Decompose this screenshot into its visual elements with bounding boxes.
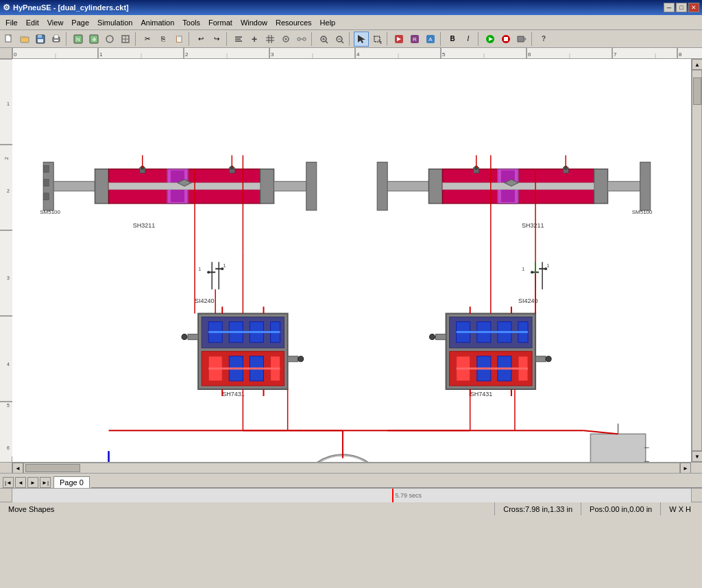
text-italic-button[interactable]: I [461,32,476,47]
menu-resources[interactable]: Resources [271,17,316,28]
save-button[interactable] [33,32,48,47]
tab-page-0[interactable]: Page 0 [53,476,90,488]
svg-rect-121 [608,182,642,191]
icon-btn-5[interactable]: N [71,32,86,47]
scroll-thumb-horizontal[interactable] [25,464,80,472]
redo-button[interactable]: ↪ [209,32,224,47]
diagram-svg: SM5100 SH3211 [12,59,691,462]
label-sm5100-right: SM5100 [632,209,653,215]
svg-text:1: 1 [546,262,550,269]
help-button[interactable]: ? [536,32,551,47]
paste-button[interactable]: 📋 [171,32,186,47]
svg-text:4: 4 [356,51,360,58]
scroll-right-button[interactable]: ► [680,463,691,473]
label-si4240-left: SI4240 [195,297,215,304]
svg-point-27 [298,38,300,40]
sim-btn-3[interactable]: A [423,32,438,47]
stop-button[interactable] [498,32,513,47]
grid-button[interactable] [263,32,278,47]
tab-prev-button[interactable]: ◄ [15,477,26,488]
diagram-canvas[interactable]: SM5100 SH3211 [12,59,691,462]
select-button[interactable] [370,32,385,47]
menu-format[interactable]: Format [204,17,237,28]
undo-button[interactable]: ↩ [193,32,208,47]
svg-text:6: 6 [7,445,10,450]
snap-button[interactable] [278,32,293,47]
add-button[interactable]: + [247,32,262,47]
left-valve [182,306,304,396]
horizontal-ruler: 0 1 2 3 4 5 6 7 8 [12,48,702,59]
toolbar-sep-9 [478,32,481,46]
svg-text:3: 3 [7,275,10,280]
play-button[interactable] [483,32,498,47]
svg-rect-115 [387,182,428,191]
svg-rect-148 [188,334,198,340]
window-controls[interactable]: ─ □ ✕ [664,3,699,12]
timeline-content[interactable]: 5.79 secs [12,489,691,502]
menu-view[interactable]: View [43,17,68,28]
connect-button[interactable] [294,32,309,47]
svg-text:6: 6 [528,51,531,58]
menu-simulation[interactable]: Simulation [93,17,136,28]
menu-tools[interactable]: Tools [178,17,204,28]
svg-rect-5 [38,35,42,38]
open-button[interactable] [17,32,32,47]
sim-btn-2[interactable]: R [407,32,422,47]
svg-rect-169 [435,334,446,340]
zoom-fit-button[interactable] [316,32,331,47]
align-button[interactable] [231,32,246,47]
scroll-left-button[interactable]: ◄ [12,463,23,473]
menu-page[interactable]: Page [67,17,93,28]
minimize-button[interactable]: ─ [664,3,675,12]
svg-text:1: 1 [7,101,10,106]
svg-text:2: 2 [7,188,10,193]
svg-point-151 [298,356,304,362]
svg-text:1: 1 [99,51,103,58]
scroll-up-button[interactable]: ▲ [692,59,702,70]
record-button[interactable] [514,32,529,47]
icon-btn-6[interactable]: ⊕ [86,32,101,47]
scroll-thumb-vertical[interactable] [693,77,701,105]
svg-marker-51 [524,36,526,42]
svg-text:5: 5 [7,403,10,408]
v-ruler-svg: 1 2 1 2 3 4 5 6 [0,59,12,456]
copy-button[interactable]: ⎘ [156,32,171,47]
menu-file[interactable]: File [1,17,22,28]
svg-point-170 [429,334,435,340]
pointer-button[interactable] [354,32,369,47]
menu-animation[interactable]: Animation [136,17,178,28]
svg-rect-3 [21,36,24,38]
sim-btn-1[interactable] [391,32,407,47]
new-button[interactable] [1,32,16,47]
toolbar-sep-8 [440,32,443,46]
scroll-track-vertical[interactable] [692,70,702,451]
close-button[interactable]: ✕ [688,3,699,12]
print-button[interactable] [49,32,64,47]
svg-text:0: 0 [14,51,17,58]
label-sh7431-left: SH7431 [222,391,245,397]
svg-rect-9 [54,40,58,41]
svg-point-14 [106,36,113,42]
scroll-track-horizontal[interactable] [23,463,680,473]
tab-next-button[interactable]: ► [27,477,38,488]
svg-rect-105 [306,162,317,210]
svg-rect-79 [0,59,12,456]
menu-help[interactable]: Help [316,17,340,28]
cut-button[interactable]: ✂ [140,32,155,47]
menu-bar: File Edit View Page Simulation Animation… [0,15,702,30]
svg-rect-114 [377,162,387,210]
maximize-button[interactable]: □ [676,3,687,12]
menu-edit[interactable]: Edit [22,17,43,28]
text-bold-button[interactable]: B [445,32,460,47]
vertical-scrollbar[interactable]: ▲ ▼ [691,59,702,462]
tab-last-button[interactable]: ►| [40,477,51,488]
zoom-out-button[interactable] [332,32,347,47]
svg-point-172 [546,356,551,362]
vertical-ruler: 1 2 1 2 3 4 5 6 [0,59,12,462]
tab-first-button[interactable]: |◄ [3,477,14,488]
scroll-down-button[interactable]: ▼ [692,451,702,462]
icon-btn-7[interactable] [102,32,117,47]
toolbar-sep-1 [66,32,69,46]
icon-btn-8[interactable] [118,32,133,47]
menu-window[interactable]: Window [237,17,271,28]
